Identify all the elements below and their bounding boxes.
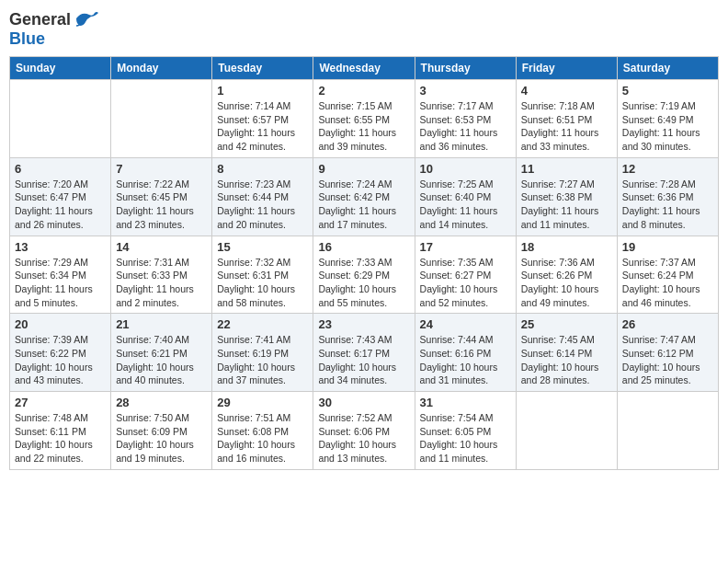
logo-blue-text: Blue [9,29,45,48]
day-info: Sunrise: 7:50 AMSunset: 6:09 PMDaylight:… [116,411,207,465]
calendar-cell [111,80,212,158]
calendar-cell: 11Sunrise: 7:27 AMSunset: 6:38 PMDayligh… [516,157,617,236]
calendar-cell: 30Sunrise: 7:52 AMSunset: 6:06 PMDayligh… [313,392,415,470]
calendar-week-row: 20Sunrise: 7:39 AMSunset: 6:22 PMDayligh… [10,314,719,392]
calendar-week-row: 13Sunrise: 7:29 AMSunset: 6:34 PMDayligh… [10,236,719,314]
day-number: 7 [116,162,207,176]
day-info: Sunrise: 7:20 AMSunset: 6:47 PMDaylight:… [15,178,106,232]
day-info: Sunrise: 7:37 AMSunset: 6:24 PMDaylight:… [622,256,713,310]
day-info: Sunrise: 7:44 AMSunset: 6:16 PMDaylight:… [420,333,511,387]
day-number: 22 [217,317,308,331]
day-info: Sunrise: 7:40 AMSunset: 6:21 PMDaylight:… [116,333,207,387]
day-info: Sunrise: 7:15 AMSunset: 6:55 PMDaylight:… [318,99,409,154]
calendar-cell: 22Sunrise: 7:41 AMSunset: 6:19 PMDayligh… [212,314,313,392]
day-info: Sunrise: 7:52 AMSunset: 6:06 PMDaylight:… [318,411,409,465]
calendar-cell: 1Sunrise: 7:14 AMSunset: 6:57 PMDaylight… [212,80,313,158]
page-header: General Blue [9,9,719,49]
day-number: 21 [116,317,207,331]
day-info: Sunrise: 7:54 AMSunset: 6:05 PMDaylight:… [420,411,511,465]
day-number: 20 [15,317,106,331]
day-number: 25 [521,317,612,331]
logo-general-text: General [9,10,71,29]
calendar-cell: 20Sunrise: 7:39 AMSunset: 6:22 PMDayligh… [10,314,111,392]
day-info: Sunrise: 7:28 AMSunset: 6:36 PMDaylight:… [622,178,713,232]
calendar-cell [10,80,111,158]
weekday-header: Thursday [415,57,516,80]
day-number: 12 [622,162,713,176]
day-number: 24 [420,317,511,331]
day-number: 9 [318,162,409,176]
day-info: Sunrise: 7:14 AMSunset: 6:57 PMDaylight:… [217,99,308,154]
day-info: Sunrise: 7:27 AMSunset: 6:38 PMDaylight:… [521,178,612,232]
day-info: Sunrise: 7:48 AMSunset: 6:11 PMDaylight:… [15,411,106,465]
calendar-cell: 23Sunrise: 7:43 AMSunset: 6:17 PMDayligh… [313,314,415,392]
weekday-header: Wednesday [313,57,415,80]
day-number: 17 [420,240,511,254]
calendar-cell: 27Sunrise: 7:48 AMSunset: 6:11 PMDayligh… [10,392,111,470]
day-number: 6 [15,162,106,176]
calendar-cell: 3Sunrise: 7:17 AMSunset: 6:53 PMDaylight… [415,80,516,158]
calendar-cell: 31Sunrise: 7:54 AMSunset: 6:05 PMDayligh… [415,392,516,470]
day-number: 16 [318,240,409,254]
logo: General Blue [9,9,98,49]
calendar-cell: 8Sunrise: 7:23 AMSunset: 6:44 PMDaylight… [212,157,313,236]
day-number: 8 [217,162,308,176]
day-number: 27 [15,396,106,409]
calendar-header-row: SundayMondayTuesdayWednesdayThursdayFrid… [10,57,719,80]
calendar-cell: 18Sunrise: 7:36 AMSunset: 6:26 PMDayligh… [516,236,617,314]
calendar-cell: 9Sunrise: 7:24 AMSunset: 6:42 PMDaylight… [313,157,415,236]
calendar-cell: 25Sunrise: 7:45 AMSunset: 6:14 PMDayligh… [516,314,617,392]
calendar-cell: 15Sunrise: 7:32 AMSunset: 6:31 PMDayligh… [212,236,313,314]
day-info: Sunrise: 7:31 AMSunset: 6:33 PMDaylight:… [116,256,207,310]
day-number: 10 [420,162,511,176]
calendar-cell: 29Sunrise: 7:51 AMSunset: 6:08 PMDayligh… [212,392,313,470]
day-number: 18 [521,240,612,254]
day-info: Sunrise: 7:32 AMSunset: 6:31 PMDaylight:… [217,256,308,310]
day-info: Sunrise: 7:41 AMSunset: 6:19 PMDaylight:… [217,333,308,387]
calendar-week-row: 1Sunrise: 7:14 AMSunset: 6:57 PMDaylight… [10,80,719,158]
day-number: 11 [521,162,612,176]
day-number: 15 [217,240,308,254]
day-info: Sunrise: 7:17 AMSunset: 6:53 PMDaylight:… [420,99,511,154]
day-info: Sunrise: 7:45 AMSunset: 6:14 PMDaylight:… [521,333,612,387]
day-info: Sunrise: 7:51 AMSunset: 6:08 PMDaylight:… [217,411,308,465]
weekday-header: Sunday [10,57,111,80]
calendar-week-row: 6Sunrise: 7:20 AMSunset: 6:47 PMDaylight… [10,157,719,236]
calendar-cell: 16Sunrise: 7:33 AMSunset: 6:29 PMDayligh… [313,236,415,314]
day-info: Sunrise: 7:29 AMSunset: 6:34 PMDaylight:… [15,256,106,310]
calendar-cell: 12Sunrise: 7:28 AMSunset: 6:36 PMDayligh… [617,157,718,236]
day-number: 29 [217,396,308,409]
weekday-header: Saturday [617,57,718,80]
calendar-cell: 26Sunrise: 7:47 AMSunset: 6:12 PMDayligh… [617,314,718,392]
logo-bird-icon [73,9,98,29]
calendar-week-row: 27Sunrise: 7:48 AMSunset: 6:11 PMDayligh… [10,392,719,470]
calendar-cell: 6Sunrise: 7:20 AMSunset: 6:47 PMDaylight… [10,157,111,236]
calendar-cell: 2Sunrise: 7:15 AMSunset: 6:55 PMDaylight… [313,80,415,158]
day-number: 1 [217,84,308,98]
day-number: 5 [622,84,713,98]
day-number: 3 [420,84,511,98]
calendar-cell: 19Sunrise: 7:37 AMSunset: 6:24 PMDayligh… [617,236,718,314]
day-number: 4 [521,84,612,98]
day-info: Sunrise: 7:36 AMSunset: 6:26 PMDaylight:… [521,256,612,310]
calendar-cell: 13Sunrise: 7:29 AMSunset: 6:34 PMDayligh… [10,236,111,314]
day-number: 14 [116,240,207,254]
day-info: Sunrise: 7:23 AMSunset: 6:44 PMDaylight:… [217,178,308,232]
calendar-cell: 21Sunrise: 7:40 AMSunset: 6:21 PMDayligh… [111,314,212,392]
day-info: Sunrise: 7:25 AMSunset: 6:40 PMDaylight:… [420,178,511,232]
calendar-cell [617,392,718,470]
calendar-cell: 10Sunrise: 7:25 AMSunset: 6:40 PMDayligh… [415,157,516,236]
day-number: 28 [116,396,207,409]
weekday-header: Monday [111,57,212,80]
day-number: 13 [15,240,106,254]
calendar-cell [516,392,617,470]
calendar-table: SundayMondayTuesdayWednesdayThursdayFrid… [9,56,719,470]
day-number: 31 [420,396,511,409]
day-number: 23 [318,317,409,331]
day-info: Sunrise: 7:22 AMSunset: 6:45 PMDaylight:… [116,178,207,232]
calendar-cell: 14Sunrise: 7:31 AMSunset: 6:33 PMDayligh… [111,236,212,314]
day-info: Sunrise: 7:33 AMSunset: 6:29 PMDaylight:… [318,256,409,310]
calendar-cell: 17Sunrise: 7:35 AMSunset: 6:27 PMDayligh… [415,236,516,314]
day-info: Sunrise: 7:19 AMSunset: 6:49 PMDaylight:… [622,99,713,154]
day-info: Sunrise: 7:18 AMSunset: 6:51 PMDaylight:… [521,99,612,154]
